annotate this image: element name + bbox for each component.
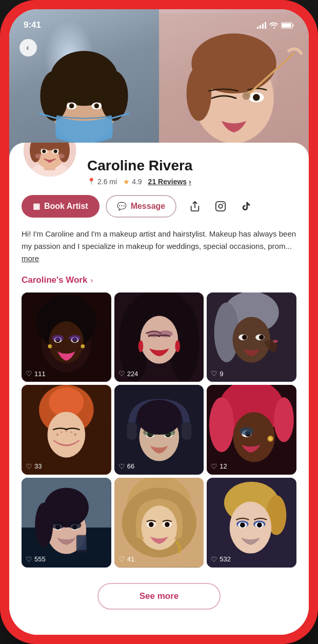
portfolio-item-2[interactable]: ♡ 224 — [114, 292, 204, 382]
svg-point-73 — [273, 340, 278, 343]
profile-header: Caroline Rivera 📍 2.6 mi ★ 4.9 — [22, 153, 296, 186]
profile-info: Caroline Rivera 📍 2.6 mi ★ 4.9 — [87, 153, 296, 186]
star-icon: ★ — [123, 178, 130, 186]
heart-icon-3: ♡ — [211, 369, 217, 378]
svg-rect-3 — [265, 22, 266, 29]
portfolio-item-3[interactable]: ♡ 9 — [207, 292, 296, 382]
heart-icon-4: ♡ — [26, 462, 32, 471]
svg-point-52 — [48, 344, 52, 348]
portfolio-item-7[interactable]: ♡ 555 — [22, 478, 111, 568]
likes-2: ♡ 224 — [118, 369, 138, 378]
svg-point-79 — [61, 432, 63, 434]
portfolio-grid: ♡ 111 — [22, 292, 296, 568]
message-button[interactable]: 💬 Message — [106, 195, 177, 218]
portfolio-item-5[interactable]: ♡ 66 — [114, 385, 204, 475]
portfolio-item-1[interactable]: ♡ 111 — [22, 292, 111, 382]
svg-rect-5 — [282, 23, 291, 27]
svg-point-80 — [74, 434, 76, 436]
scroll-container[interactable]: Caroline Rivera 📍 2.6 mi ★ 4.9 — [9, 143, 309, 635]
share-button[interactable] — [185, 196, 205, 217]
svg-point-103 — [269, 437, 272, 440]
reviews-link[interactable]: 21 Reviews › — [148, 178, 191, 186]
avatar — [22, 143, 78, 179]
svg-point-35 — [42, 149, 46, 153]
see-more-button[interactable]: See more — [97, 583, 221, 610]
svg-point-15 — [94, 103, 99, 108]
instagram-button[interactable] — [210, 196, 231, 217]
bio-content: Hi! I'm Caroline and I'm a makeup artist… — [22, 229, 296, 250]
avatar-image — [24, 143, 76, 179]
svg-point-124 — [149, 522, 154, 527]
svg-rect-116 — [77, 536, 86, 550]
battery-icon — [281, 22, 294, 29]
wifi-icon — [269, 22, 278, 29]
work-section-title: Caroline's Work — [22, 275, 87, 285]
svg-point-60 — [140, 316, 178, 363]
svg-point-21 — [187, 66, 212, 121]
svg-point-82 — [65, 431, 67, 433]
heart-icon-1: ♡ — [26, 369, 32, 378]
svg-point-77 — [47, 412, 85, 458]
photo-2-image — [114, 292, 204, 382]
svg-point-134 — [240, 522, 245, 528]
signal-icon — [257, 22, 266, 29]
svg-point-14 — [69, 103, 74, 108]
svg-point-41 — [219, 204, 223, 208]
svg-point-38 — [57, 153, 65, 158]
book-artist-button[interactable]: ▦ Book Artist — [22, 195, 100, 218]
svg-rect-1 — [260, 25, 261, 29]
svg-point-101 — [240, 427, 253, 436]
svg-point-72 — [259, 335, 264, 340]
svg-point-10 — [40, 71, 68, 121]
svg-point-97 — [274, 398, 294, 442]
svg-point-54 — [52, 335, 64, 341]
svg-point-36 — [53, 149, 57, 153]
photo-8-image — [114, 478, 204, 568]
svg-rect-40 — [216, 201, 225, 210]
back-icon: ‹ — [26, 43, 29, 52]
svg-point-108 — [35, 502, 53, 547]
svg-point-114 — [68, 521, 81, 529]
svg-point-25 — [243, 92, 251, 100]
svg-point-96 — [209, 398, 234, 453]
likes-6: ♡ 12 — [211, 462, 227, 471]
share-icon — [189, 201, 201, 212]
action-row: ▦ Book Artist 💬 Message — [22, 195, 296, 218]
tiktok-icon — [241, 201, 251, 212]
photo-1-image — [22, 292, 111, 382]
likes-1: ♡ 111 — [26, 369, 46, 378]
distance-info: 📍 2.6 mi — [87, 178, 117, 186]
portfolio-item-6[interactable]: ♡ 12 — [207, 385, 296, 475]
svg-point-129 — [230, 502, 272, 554]
reviews-count: 21 Reviews — [148, 178, 187, 186]
reviews-chevron: › — [189, 178, 191, 186]
bio-more-link[interactable]: more — [22, 254, 39, 263]
message-icon: 💬 — [117, 202, 127, 211]
heart-icon-2: ♡ — [118, 369, 125, 378]
photo-3-image — [207, 292, 296, 382]
svg-point-11 — [100, 71, 128, 121]
tiktok-button[interactable] — [236, 196, 256, 217]
work-section-header[interactable]: Caroline's Work › — [22, 275, 296, 285]
book-label: Book Artist — [44, 202, 88, 211]
photo-9-image — [207, 478, 296, 568]
heart-icon-5: ♡ — [118, 462, 125, 471]
svg-point-113 — [51, 521, 64, 529]
svg-point-135 — [257, 522, 262, 528]
svg-point-125 — [165, 522, 170, 527]
svg-point-23 — [253, 94, 260, 101]
portfolio-item-8[interactable]: ♡ 41 — [114, 478, 204, 568]
portfolio-item-9[interactable]: ♡ 532 — [207, 478, 296, 568]
heart-icon-7: ♡ — [26, 555, 32, 563]
status-time: 9:41 — [24, 20, 41, 30]
likes-3: ♡ 9 — [211, 369, 223, 378]
svg-point-71 — [242, 335, 247, 340]
artist-meta: 📍 2.6 mi ★ 4.9 21 Reviews › — [87, 178, 296, 186]
work-section-chevron: › — [90, 276, 93, 284]
back-button[interactable]: ‹ — [19, 39, 37, 56]
rating-info: ★ 4.9 — [123, 178, 142, 186]
svg-point-78 — [56, 434, 58, 436]
portfolio-item-4[interactable]: ♡ 33 — [22, 385, 111, 475]
social-icons — [185, 196, 256, 217]
likes-9: ♡ 532 — [211, 555, 231, 563]
